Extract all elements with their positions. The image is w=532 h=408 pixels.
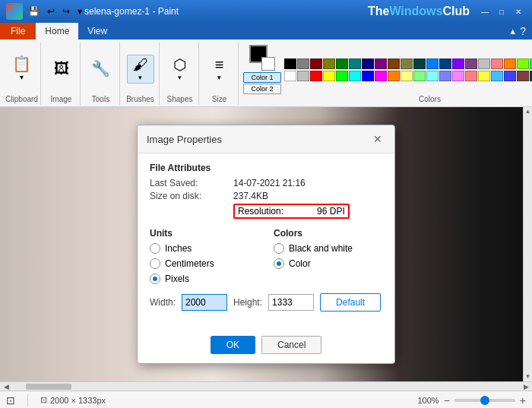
radio-bw-item[interactable]: Black and white xyxy=(274,243,382,254)
swatch-lightyellow[interactable] xyxy=(401,71,413,81)
swatch-lightmagenta[interactable] xyxy=(452,71,464,81)
dialog-overlay: Image Properties ✕ File Attributes Last … xyxy=(0,107,532,381)
swatch-magenta[interactable] xyxy=(375,71,387,81)
swatch-darkbrown[interactable] xyxy=(517,71,529,81)
swatch-lightred[interactable] xyxy=(491,59,503,69)
resolution-row: Resolution: 96 DPI xyxy=(150,204,382,219)
swatch-blue[interactable] xyxy=(426,59,439,69)
height-input[interactable] xyxy=(268,294,314,311)
brushes-btn[interactable]: 🖌 ▾ xyxy=(127,55,154,84)
brushes-arrow: ▾ xyxy=(138,74,142,81)
swatch-darkteal[interactable] xyxy=(413,59,426,69)
swatch-darkyellow[interactable] xyxy=(401,59,413,69)
swatch-teal[interactable] xyxy=(349,59,361,69)
tab-home[interactable]: Home xyxy=(36,23,78,40)
colors-title: Colors xyxy=(274,228,382,239)
scroll-right-btn[interactable]: ▶ xyxy=(521,383,530,391)
clipboard-btn[interactable]: 📋 ▾ xyxy=(8,54,36,84)
radio-pixels-circle xyxy=(150,274,160,284)
radio-centimeters-item[interactable]: Centimeters xyxy=(150,258,258,269)
zoom-in-btn[interactable]: + xyxy=(520,394,526,406)
color2-btn[interactable]: Color 2 xyxy=(243,84,281,94)
ok-btn[interactable]: OK xyxy=(211,336,255,354)
size-btn[interactable]: ≡ ▾ xyxy=(206,55,233,84)
swatch-lightblue[interactable] xyxy=(439,71,451,81)
scroll-left-btn[interactable]: ◀ xyxy=(2,383,11,391)
swatch-olive[interactable] xyxy=(323,59,335,69)
tab-view[interactable]: View xyxy=(78,23,116,40)
swatch-green[interactable] xyxy=(336,71,348,81)
redo-quick-btn[interactable]: ↪ xyxy=(60,5,72,17)
width-input[interactable] xyxy=(182,294,227,311)
save-quick-btn[interactable]: 💾 xyxy=(26,5,42,17)
swatch-violet[interactable] xyxy=(452,59,464,69)
swatch-skyblue[interactable] xyxy=(491,71,503,81)
size-disk-value: 237.4KB xyxy=(233,191,268,201)
dialog-close-btn[interactable]: ✕ xyxy=(370,131,385,147)
swatch-silver[interactable] xyxy=(478,59,490,69)
h-scrollbar-thumb[interactable] xyxy=(26,384,71,390)
image-btn[interactable]: 🖼 xyxy=(48,59,75,80)
dropdown-quick-btn[interactable]: ▾ xyxy=(75,5,84,17)
radio-inches-label: Inches xyxy=(165,243,192,254)
radio-pixels-item[interactable]: Pixels xyxy=(150,274,258,284)
swatch-lightgray[interactable] xyxy=(297,71,309,81)
size-group-label: Size xyxy=(212,93,226,103)
file-attrs-title: File Attributes xyxy=(150,163,382,173)
quick-access-toolbar: 💾 ↩ ↪ ▾ xyxy=(6,3,84,20)
dimensions-icon: ⊡ xyxy=(40,395,47,405)
swatch-navy[interactable] xyxy=(362,59,374,69)
radio-centimeters-label: Centimeters xyxy=(165,258,214,269)
radio-color-item[interactable]: Color xyxy=(274,258,382,269)
swatch-lime[interactable] xyxy=(517,59,529,69)
swatch-salmon[interactable] xyxy=(465,71,477,81)
zoom-controls: 100% − + xyxy=(417,394,526,406)
colors-group: Color 1 Color 2 xyxy=(240,43,532,105)
cancel-btn[interactable]: Cancel xyxy=(261,336,321,354)
default-btn[interactable]: Default xyxy=(320,293,381,312)
tab-file[interactable]: File xyxy=(0,23,36,40)
image-items: 🖼 xyxy=(48,44,75,93)
swatch-brown[interactable] xyxy=(388,59,400,69)
swatch-darkred[interactable] xyxy=(310,59,322,69)
swatch-darkgreen[interactable] xyxy=(336,59,348,69)
swatch-red[interactable] xyxy=(310,71,322,81)
resolution-value: 96 DPI xyxy=(317,206,345,217)
dialog-title: Image Properties xyxy=(147,134,370,145)
swatch-orange2[interactable] xyxy=(388,71,400,81)
swatch-yellow[interactable] xyxy=(323,71,335,81)
zoom-out-btn[interactable]: − xyxy=(444,394,450,406)
swatch-orange[interactable] xyxy=(504,59,516,69)
close-btn[interactable]: ✕ xyxy=(511,4,526,19)
swatch-white[interactable] xyxy=(284,71,296,81)
tools-btn[interactable]: 🔧 xyxy=(87,59,115,80)
zoom-slider[interactable] xyxy=(454,399,515,402)
swatch-darkblue[interactable] xyxy=(439,59,451,69)
swatch-cornblue[interactable] xyxy=(504,71,516,81)
swatch-lightcyan[interactable] xyxy=(426,71,439,81)
help-icon: ▲ xyxy=(508,27,517,36)
color1-section: Color 1 Color 2 xyxy=(243,45,281,94)
radio-inches-item[interactable]: Inches xyxy=(150,243,258,254)
color1-btn[interactable]: Color 1 xyxy=(243,72,281,83)
size-items: ≡ ▾ xyxy=(206,44,233,93)
size-icon: ≡ xyxy=(215,57,224,72)
palette-row-1 xyxy=(284,59,532,69)
swatch-purple[interactable] xyxy=(375,59,387,69)
swatch-pureblue[interactable] xyxy=(362,71,374,81)
shapes-btn[interactable]: ⬡ ▾ xyxy=(166,55,194,84)
question-icon[interactable]: ? xyxy=(520,25,526,37)
undo-quick-btn[interactable]: ↩ xyxy=(45,5,57,17)
maximize-btn[interactable]: □ xyxy=(494,4,509,19)
radio-pixels-label: Pixels xyxy=(165,274,189,284)
swatch-brightyellow[interactable] xyxy=(478,71,490,81)
swatch-black[interactable] xyxy=(284,59,296,69)
swatch-lightgreen[interactable] xyxy=(413,71,426,81)
palette-container xyxy=(284,59,532,81)
swatch-gray[interactable] xyxy=(297,59,309,69)
swatch-cyan[interactable] xyxy=(349,71,361,81)
swatch-mauve[interactable] xyxy=(465,59,477,69)
minimize-btn[interactable]: — xyxy=(477,4,492,19)
zoom-text: 100% xyxy=(417,396,439,405)
tools-items: 🔧 xyxy=(87,44,115,93)
